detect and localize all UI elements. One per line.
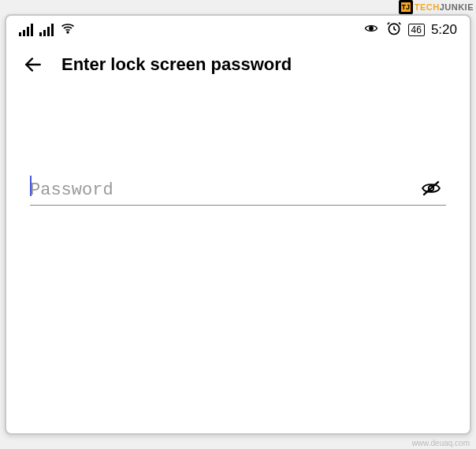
text-cursor [30, 176, 32, 196]
signal-icon-1 [19, 24, 33, 36]
eye-off-icon [419, 178, 443, 199]
status-bar: 46 5:20 [6, 16, 470, 44]
watermark-bottom: www.deuaq.com [412, 439, 470, 447]
wifi-icon [60, 20, 76, 39]
password-row [30, 175, 446, 206]
watermark-top: TJ TECHJUNKIE [399, 0, 474, 14]
page-title: Enter lock screen password [61, 54, 292, 75]
alarm-icon [386, 20, 402, 39]
signal-icon-2 [39, 24, 54, 36]
clock-time: 5:20 [431, 22, 457, 38]
eye-visibility-icon [363, 21, 380, 39]
app-bar: Enter lock screen password [6, 44, 470, 88]
status-right: 46 5:20 [363, 20, 457, 39]
password-input[interactable] [30, 176, 239, 205]
toggle-password-visibility-button[interactable] [416, 175, 446, 205]
svg-point-1 [369, 27, 373, 31]
techjunkie-logo-icon: TJ [399, 0, 413, 14]
back-button[interactable] [22, 54, 44, 76]
battery-indicator: 46 [408, 24, 425, 36]
svg-line-4 [423, 181, 439, 195]
svg-point-0 [67, 32, 69, 33]
device-frame: 46 5:20 Enter lock screen password [5, 14, 471, 435]
content-area [6, 88, 470, 206]
arrow-left-icon [23, 54, 43, 75]
status-left [19, 20, 76, 39]
watermark-brand-text: TECHJUNKIE [415, 2, 474, 12]
